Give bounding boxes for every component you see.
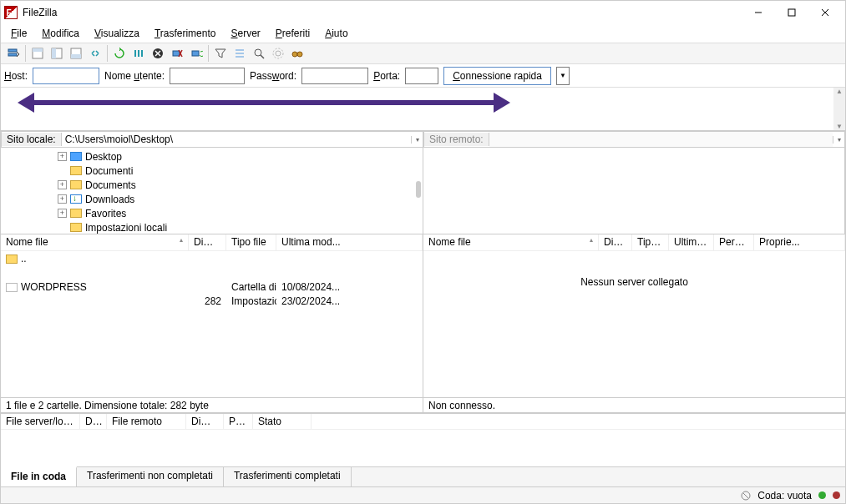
tree-node[interactable]: +Favorites [1, 206, 423, 220]
minimize-button[interactable] [742, 1, 775, 24]
col-server[interactable]: File server/locale [1, 414, 80, 429]
queue-header: File server/locale Dire... File remoto D… [1, 413, 845, 430]
binoculars-button[interactable] [288, 44, 306, 63]
col-type[interactable]: Tipo file [226, 234, 276, 250]
process-queue-button[interactable] [129, 44, 148, 63]
tree-label: Documents [85, 179, 136, 191]
menu-preferiti[interactable]: Preferiti [269, 26, 317, 41]
log-pane[interactable]: ▲▼ [1, 88, 845, 131]
col-remote[interactable]: File remoto [107, 414, 186, 429]
titlebar: Fz FileZilla [1, 1, 845, 24]
col-owner[interactable]: Proprie... [754, 234, 845, 250]
toggle-tree-button[interactable] [48, 44, 66, 63]
sort-icon: ▴ [590, 236, 593, 244]
filter-button[interactable] [211, 44, 230, 63]
col-dir[interactable]: Dire... [80, 414, 107, 429]
cancel-icon [151, 47, 165, 60]
refresh-button[interactable] [110, 44, 129, 63]
cancel-button[interactable] [149, 44, 167, 63]
pass-label: Password: [250, 70, 296, 82]
svg-point-25 [273, 48, 283, 58]
menu-server[interactable]: Server [224, 26, 266, 41]
local-path-dropdown[interactable]: ▾ [411, 136, 423, 144]
col-type[interactable]: Tipo file [632, 234, 669, 250]
sync-browse-button[interactable] [86, 44, 104, 63]
menu-file[interactable]: File [4, 26, 33, 41]
pass-input[interactable] [301, 68, 368, 84]
col-mod[interactable]: Ultima mod... [276, 234, 423, 250]
svg-rect-5 [8, 53, 17, 56]
user-label: Nome utente: [104, 70, 165, 82]
file-row[interactable]: 282 Impostazio... 23/02/2024... [1, 294, 423, 308]
file-row[interactable]: WORDPRESS Cartella di file 10/08/2024... [1, 280, 423, 294]
toolbar [1, 43, 845, 64]
led-error [833, 491, 840, 499]
log-scrollbar[interactable]: ▲▼ [833, 88, 845, 130]
file-row-parent[interactable]: .. [1, 251, 423, 265]
col-perm[interactable]: Perme... [714, 234, 754, 250]
col-name[interactable]: Nome file▴ [423, 234, 599, 250]
tree-scrollbar[interactable] [416, 181, 421, 198]
up-folder-icon [6, 255, 18, 264]
col-stato[interactable]: Stato [253, 414, 312, 429]
local-file-body[interactable]: .. WORDPRESS Cartella di file 10/08/2024… [1, 251, 423, 397]
refresh-icon [113, 47, 126, 60]
local-site-label: Sito locale: [2, 133, 62, 146]
reconnect-button[interactable] [187, 44, 205, 63]
col-mod[interactable]: Ultima m... [669, 234, 714, 250]
col-size[interactable]: Dimen... [189, 234, 226, 250]
search-button[interactable] [250, 44, 268, 63]
close-button[interactable] [808, 1, 842, 24]
tab-failed[interactable]: Trasferimenti non completati [77, 467, 224, 486]
menu-trasferimento[interactable]: Trasferimento [148, 26, 223, 41]
quickconnect-button[interactable]: Connessione rapida [443, 67, 551, 85]
tree-node[interactable]: Impostazioni locali [1, 220, 423, 234]
toggle-queue-button[interactable] [67, 44, 85, 63]
settings-button[interactable] [269, 44, 287, 63]
svg-point-22 [255, 49, 261, 56]
tree-label: Desktop [85, 151, 122, 163]
remote-empty-text: Nessun server collegato [423, 251, 845, 288]
quickconnect-dropdown[interactable]: ▼ [556, 67, 570, 85]
user-input[interactable] [170, 68, 245, 84]
sync-icon [89, 47, 102, 60]
tree-node[interactable]: +Desktop [1, 149, 423, 164]
local-path-input[interactable] [62, 132, 411, 147]
remote-tree [423, 148, 845, 234]
col-qsize[interactable]: Dimen... [186, 414, 224, 429]
tab-queue[interactable]: File in coda [1, 466, 77, 486]
tree-node[interactable]: +Downloads [1, 192, 423, 206]
tree-node[interactable]: +Documents [1, 178, 423, 192]
process-icon [132, 47, 145, 60]
sort-icon: ▴ [180, 236, 183, 244]
folder-icon [70, 209, 82, 218]
host-input[interactable] [33, 68, 99, 84]
col-prio[interactable]: Prio... [224, 414, 253, 429]
port-input[interactable] [405, 68, 438, 84]
menu-modifica[interactable]: Modifica [35, 26, 86, 41]
remote-path-dropdown[interactable]: ▾ [833, 136, 844, 144]
menu-aiuto[interactable]: Aiuto [318, 26, 354, 41]
queue-status-text: Coda: vuota [757, 490, 812, 501]
queue-body[interactable] [1, 430, 845, 466]
tree-node[interactable]: Documenti [1, 164, 423, 178]
maximize-button[interactable] [775, 1, 808, 24]
remote-path-input [489, 132, 833, 147]
site-manager-button[interactable] [4, 44, 23, 63]
toggle-log-button[interactable] [28, 44, 47, 63]
binoculars-icon [291, 47, 304, 60]
disconnect-button[interactable] [168, 44, 186, 63]
compare-button[interactable] [230, 44, 249, 63]
local-status: 1 file e 2 cartelle. Dimensione totale: … [1, 397, 423, 412]
tree-label: Documenti [85, 165, 133, 177]
tab-done[interactable]: Trasferimenti completati [224, 467, 352, 486]
compare-icon [233, 47, 246, 60]
local-tree[interactable]: +Desktop Documenti +Documents +Downloads… [1, 148, 423, 234]
folder-icon [70, 223, 82, 232]
col-size[interactable]: Dime... [599, 234, 632, 250]
remote-file-body: Nessun server collegato [423, 251, 845, 397]
menu-visualizza[interactable]: Visualizza [88, 26, 146, 41]
file-lists: Nome file▴ Dimen... Tipo file Ultima mod… [1, 234, 845, 413]
col-name[interactable]: Nome file▴ [1, 234, 189, 250]
downloads-icon [70, 194, 82, 204]
